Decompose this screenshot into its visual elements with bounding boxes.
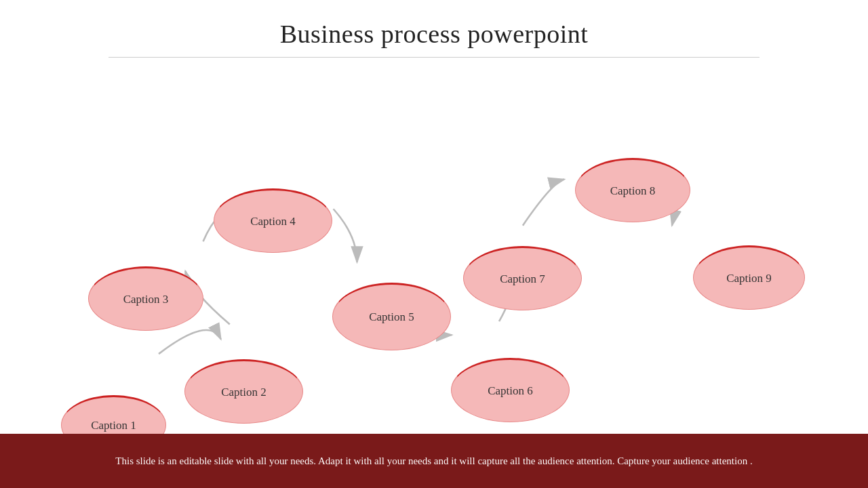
- ellipse-c7: Caption 7: [463, 246, 582, 310]
- page-title: Business process powerpoint: [0, 0, 868, 49]
- footer-bar: This slide is an editable slide with all…: [0, 434, 868, 488]
- footer-text: This slide is an editable slide with all…: [115, 453, 752, 469]
- caption-label-c9: Caption 9: [726, 272, 772, 285]
- caption-label-c8: Caption 8: [610, 184, 656, 198]
- ellipse-c4: Caption 4: [214, 188, 332, 253]
- caption-label-c7: Caption 7: [500, 272, 545, 286]
- ellipse-c5: Caption 5: [332, 283, 451, 350]
- ellipse-c6: Caption 6: [451, 358, 570, 422]
- caption-label-c4: Caption 4: [250, 215, 296, 228]
- caption-label-c1: Caption 1: [91, 419, 136, 432]
- ellipse-c8: Caption 8: [575, 158, 690, 222]
- ellipse-c3: Caption 3: [88, 266, 203, 331]
- diagram-area: Caption 1Caption 2Caption 3Caption 4Capt…: [0, 61, 868, 434]
- caption-label-c5: Caption 5: [369, 310, 414, 324]
- ellipse-c9: Caption 9: [693, 245, 805, 310]
- header-divider: [108, 57, 760, 58]
- ellipse-c2: Caption 2: [184, 359, 303, 424]
- caption-label-c2: Caption 2: [221, 386, 267, 399]
- caption-label-c3: Caption 3: [123, 293, 169, 306]
- caption-label-c6: Caption 6: [488, 384, 533, 398]
